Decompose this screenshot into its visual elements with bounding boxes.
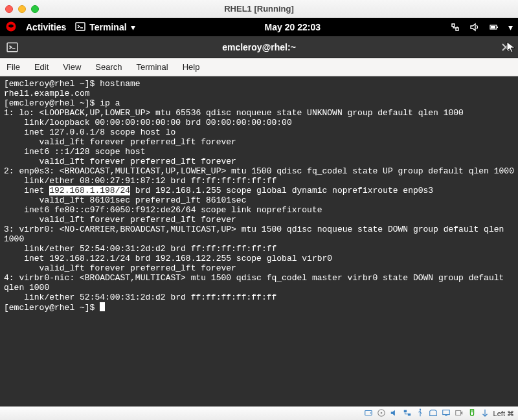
menu-search[interactable]: Search bbox=[95, 62, 122, 72]
terminal-line: valid_lft forever preferred_lft forever bbox=[4, 263, 514, 273]
terminal-line: valid_lft forever preferred_lft forever bbox=[4, 157, 514, 166]
terminal-line: link/ether 08:00:27:91:87:12 brd ff:ff:f… bbox=[4, 176, 514, 186]
vm-cd-icon[interactable] bbox=[377, 408, 386, 419]
terminal-line: inet6 fe80::c97f:6050:f912:de26/64 scope… bbox=[4, 205, 514, 215]
terminal-icon bbox=[6, 41, 18, 56]
menu-view[interactable]: View bbox=[63, 62, 81, 72]
terminal-line: rhel1.example.com bbox=[4, 89, 514, 98]
vm-keyboard-icon[interactable] bbox=[480, 408, 490, 419]
terminal-line: valid_lft 86101sec preferred_lft 86101se… bbox=[4, 195, 514, 205]
menu-help[interactable]: Help bbox=[183, 62, 200, 72]
activities-button[interactable]: Activities bbox=[26, 22, 66, 32]
distro-logo-icon bbox=[5, 21, 17, 34]
terminal-line: inet6 ::1/128 scope host bbox=[4, 147, 514, 157]
network-icon[interactable] bbox=[450, 22, 460, 32]
vm-status-bar: Left ⌘ bbox=[0, 406, 518, 420]
vm-net-icon[interactable] bbox=[403, 408, 412, 419]
menu-file[interactable]: File bbox=[6, 62, 20, 72]
terminal-line: valid_lft forever preferred_lft forever bbox=[4, 137, 514, 147]
terminal-window-title: emcleroy@rhel:~ bbox=[222, 42, 296, 52]
host-window-title: RHEL1 [Running] bbox=[0, 4, 518, 14]
terminal-window-titlebar: emcleroy@rhel:~ bbox=[0, 36, 518, 58]
terminal-line: link/loopback 00:00:00:00:00:00 brd 00:0… bbox=[4, 118, 514, 127]
terminal-line: [emcleroy@rhel ~]$ bbox=[4, 302, 514, 313]
battery-icon[interactable] bbox=[489, 22, 499, 32]
menubar: File Edit View Search Terminal Help bbox=[0, 58, 518, 76]
terminal-line: 4: virbr0-nic: <BROADCAST,MULTICAST> mtu… bbox=[4, 273, 514, 293]
vm-hdd-icon[interactable] bbox=[364, 408, 373, 419]
vm-mouse-icon[interactable] bbox=[467, 408, 477, 419]
terminal-line: valid_lft forever preferred_lft forever bbox=[4, 215, 514, 225]
terminal-output[interactable]: [emcleroy@rhel ~]$ hostnamerhel1.example… bbox=[0, 76, 518, 406]
clock-label[interactable]: May 20 22:03 bbox=[265, 22, 321, 32]
vm-usb-icon[interactable] bbox=[416, 408, 425, 419]
terminal-line: inet 192.168.1.198/24 brd 192.168.1.255 … bbox=[4, 186, 514, 195]
svg-rect-4 bbox=[491, 26, 495, 28]
window-close-button[interactable] bbox=[500, 41, 512, 53]
chevron-down-icon: ▾ bbox=[131, 22, 135, 32]
active-app-indicator[interactable]: Terminal ▾ bbox=[75, 21, 135, 34]
terminal-line: 1: lo: <LOOPBACK,UP,LOWER_UP> mtu 65536 … bbox=[4, 108, 514, 118]
terminal-line: [emcleroy@rhel ~]$ hostname bbox=[4, 79, 514, 89]
terminal-line: [emcleroy@rhel ~]$ ip a bbox=[4, 98, 514, 108]
vm-record-icon[interactable] bbox=[455, 408, 464, 419]
host-window-titlebar: RHEL1 [Running] bbox=[0, 0, 518, 18]
terminal-line: 2: enp0s3: <BROADCAST,MULTICAST,UP,LOWER… bbox=[4, 166, 514, 176]
terminal-line: link/ether 52:54:00:31:2d:d2 brd ff:ff:f… bbox=[4, 293, 514, 302]
svg-point-7 bbox=[370, 412, 371, 414]
svg-rect-13 bbox=[442, 410, 449, 415]
terminal-line: inet 127.0.0.1/8 scope host lo bbox=[4, 127, 514, 137]
svg-rect-10 bbox=[403, 410, 406, 413]
host-key-label: Left ⌘ bbox=[493, 410, 514, 418]
svg-point-9 bbox=[380, 412, 382, 414]
vm-display-icon[interactable] bbox=[442, 408, 451, 419]
menu-terminal[interactable]: Terminal bbox=[137, 62, 168, 72]
active-app-label: Terminal bbox=[89, 22, 126, 32]
chevron-down-icon: ▾ bbox=[508, 22, 513, 32]
svg-rect-3 bbox=[497, 27, 499, 28]
terminal-icon bbox=[75, 21, 85, 34]
menu-edit[interactable]: Edit bbox=[34, 62, 49, 72]
terminal-line: inet 192.168.122.1/24 brd 192.168.122.25… bbox=[4, 254, 514, 263]
vm-shared-icon[interactable] bbox=[429, 408, 438, 419]
volume-icon[interactable] bbox=[469, 22, 480, 32]
vm-audio-icon[interactable] bbox=[390, 408, 399, 419]
svg-point-12 bbox=[419, 409, 420, 410]
svg-rect-14 bbox=[455, 411, 460, 415]
terminal-line: link/ether 52:54:00:31:2d:d2 brd ff:ff:f… bbox=[4, 244, 514, 254]
terminal-line: 3: virbr0: <NO-CARRIER,BROADCAST,MULTICA… bbox=[4, 225, 514, 244]
system-tray[interactable]: ▾ bbox=[450, 22, 513, 32]
gnome-top-bar: Activities Terminal ▾ May 20 22:03 ▾ bbox=[0, 18, 518, 36]
